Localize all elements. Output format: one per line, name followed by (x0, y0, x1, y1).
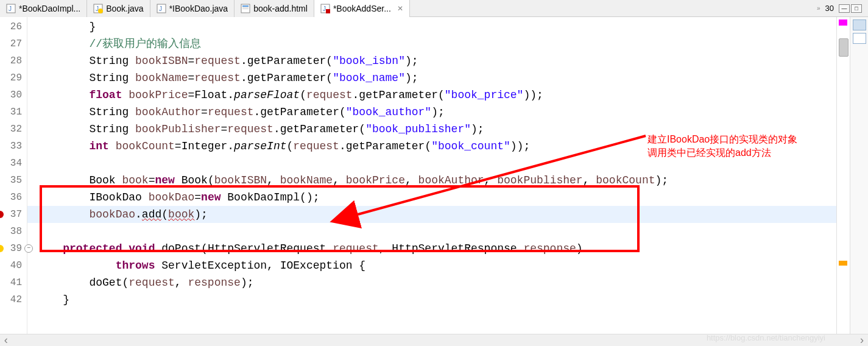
code-line: } (37, 18, 836, 35)
html-file-icon (241, 4, 250, 13)
warn-marker (839, 261, 847, 266)
tab-label: *IBookDao.java (169, 4, 228, 13)
line-number: 29 (0, 69, 27, 86)
tab-book-java[interactable]: J Book.java (87, 0, 150, 17)
scroll-left-icon[interactable]: ‹ (0, 334, 12, 347)
code-line: doGet(request, response); (37, 274, 836, 291)
svg-rect-10 (242, 9, 249, 9)
line-number: 28 (0, 52, 27, 69)
tab-bookdaoimpl[interactable]: J *BookDaoImpl... (0, 0, 87, 17)
svg-rect-8 (242, 5, 249, 7)
line-number: 35 (0, 172, 27, 189)
tab-ibookdao[interactable]: J *IBookDao.java (150, 0, 235, 17)
code-line (37, 223, 836, 240)
tab-label: *BookAddSer... (333, 4, 391, 13)
line-number: 31 (0, 104, 27, 121)
scrollbar-thumb[interactable] (839, 38, 849, 57)
code-line-current: bookDao.add(book); (27, 206, 836, 223)
svg-text:J: J (323, 5, 326, 12)
line-number: 38 (0, 223, 27, 240)
tabs-overflow-area: » 30 — □ (817, 4, 868, 13)
code-line: float bookPrice=Float.parseFloat(request… (37, 86, 836, 104)
line-number: 32 (0, 121, 27, 138)
close-icon[interactable]: ✕ (397, 4, 403, 13)
right-sidebar (850, 17, 868, 334)
minimap-icon[interactable] (853, 33, 866, 44)
code-line: //获取用户的输入信息 (37, 35, 836, 52)
java-file-icon: J (6, 4, 16, 13)
svg-rect-9 (242, 7, 249, 8)
java-warn-icon: J (93, 4, 103, 13)
code-editor[interactable]: } //获取用户的输入信息 String bookISBN=request.ge… (27, 17, 836, 334)
code-line: protected void doPost(HttpServletRequest… (37, 240, 836, 257)
line-number: 33 (0, 138, 27, 155)
line-number: 42 (0, 291, 27, 308)
chevron-right-icon[interactable]: » (817, 5, 820, 12)
tab-label: *BookDaoImpl... (19, 4, 80, 13)
line-number: 26 (0, 18, 27, 35)
outline-icon[interactable] (853, 19, 866, 30)
line-number: 30 (0, 86, 27, 104)
minimize-button[interactable]: — (839, 4, 850, 13)
svg-rect-13 (326, 9, 330, 13)
code-line: String bookISBN=request.getParameter("bo… (37, 52, 836, 69)
code-line: IBookDao bookDao=new BookDaoImpl(); (37, 189, 836, 206)
svg-point-4 (98, 9, 103, 13)
tabs-overflow-count[interactable]: 30 (825, 4, 834, 13)
overview-ruler[interactable] (836, 17, 850, 334)
tab-book-add-html[interactable]: book-add.html (235, 0, 314, 17)
annotation-text: 建立IBookDao接口的实现类的对象 调用类中已经实现的add方法 (647, 133, 797, 160)
tab-bookaddser[interactable]: J *BookAddSer... ✕ (314, 0, 410, 17)
java-error-icon: J (320, 4, 330, 13)
maximize-button[interactable]: □ (851, 4, 862, 13)
svg-text:J: J (159, 5, 162, 12)
line-number: 34 (0, 155, 27, 172)
editor-container: 26 27 28 29 30 31 32 33 34 35 36 37 38 3… (0, 17, 868, 334)
code-line: Book book=new Book(bookISBN, bookName, b… (37, 172, 836, 189)
code-line: } (37, 291, 836, 308)
line-number: 40 (0, 257, 27, 274)
line-number: 41 (0, 274, 27, 291)
svg-text:J: J (9, 5, 12, 12)
line-number: 36 (0, 189, 27, 206)
code-line: String bookAuthor=request.getParameter("… (37, 104, 836, 121)
line-number-error: 37 (0, 206, 27, 223)
line-number-gutter: 26 27 28 29 30 31 32 33 34 35 36 37 38 3… (0, 17, 27, 334)
editor-tabs-bar: J *BookDaoImpl... J Book.java J *IBookDa… (0, 0, 868, 17)
java-file-icon: J (157, 4, 166, 13)
code-line: throws ServletException, IOException { (37, 257, 836, 274)
error-marker (839, 19, 847, 26)
scroll-right-icon[interactable]: › (856, 334, 868, 347)
line-number-warn: 39− (0, 240, 27, 257)
tab-label: book-add.html (253, 4, 308, 13)
line-number: 27 (0, 35, 27, 52)
watermark-text: https://blog.csdn.net/tianchengyiyi (707, 333, 825, 342)
tab-label: Book.java (106, 4, 143, 13)
code-line: String bookName=request.getParameter("bo… (37, 69, 836, 86)
